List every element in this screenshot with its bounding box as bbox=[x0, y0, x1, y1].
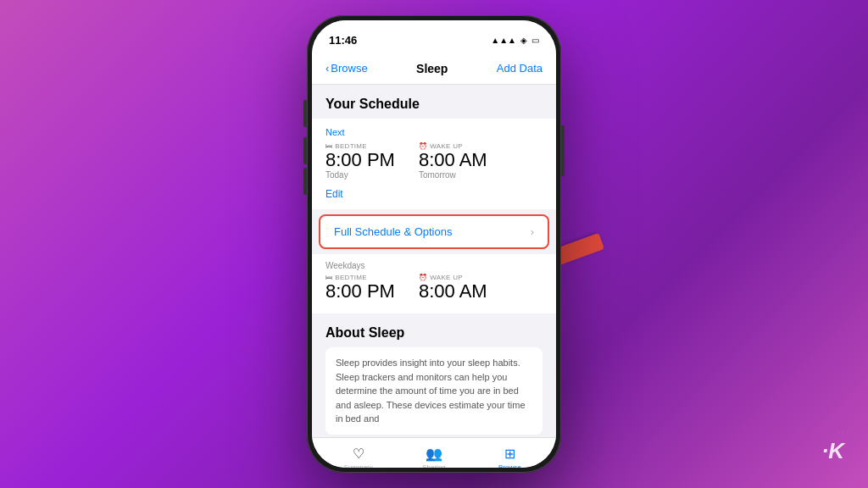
status-icons: ▲▲▲ ◈ ▭ bbox=[491, 36, 539, 45]
schedule-card: Next 🛏 BEDTIME 8:00 PM Today bbox=[312, 119, 556, 209]
schedule-section-header: Your Schedule bbox=[312, 85, 556, 119]
wakeup-item: ⏰ WAKE UP 8:00 AM Tomorrow bbox=[419, 142, 487, 180]
tab-browse-label: Browse bbox=[498, 463, 521, 469]
tab-bar: ♡ Summary 👥 Sharing ⊞ Browse bbox=[312, 437, 556, 468]
phone-wrapper: 11:46 ▲▲▲ ◈ ▭ ‹ Browse Sleep Add Data bbox=[307, 15, 561, 473]
brand-dots: · · bbox=[822, 428, 844, 436]
wakeup-day: Tomorrow bbox=[419, 170, 487, 180]
grid-icon: ⊞ bbox=[504, 446, 515, 462]
about-sleep-title: About Sleep bbox=[326, 325, 542, 341]
next-label: Next bbox=[326, 127, 542, 137]
nav-back-label: Browse bbox=[331, 62, 367, 75]
bedtime-time: 8:00 PM bbox=[326, 150, 395, 170]
tab-summary[interactable]: ♡ Summary bbox=[320, 446, 396, 469]
signal-icon: ▲▲▲ bbox=[491, 36, 516, 45]
wakeup-time: 8:00 AM bbox=[419, 150, 487, 170]
weekdays-bedtime-item: 🛏 BEDTIME 8:00 PM bbox=[326, 274, 395, 302]
about-sleep-body: Sleep provides insight into your sleep h… bbox=[326, 347, 542, 435]
nav-back-button[interactable]: ‹ Browse bbox=[326, 62, 368, 75]
battery-icon: ▭ bbox=[531, 36, 539, 45]
wifi-icon: ◈ bbox=[520, 36, 527, 45]
tab-summary-label: Summary bbox=[344, 463, 373, 469]
tab-sharing-label: Sharing bbox=[422, 463, 446, 469]
nav-title: Sleep bbox=[416, 62, 448, 75]
weekdays-label: Weekdays bbox=[326, 261, 542, 270]
tab-browse[interactable]: ⊞ Browse bbox=[472, 446, 548, 469]
weekdays-schedule-row: 🛏 BEDTIME 8:00 PM ⏰ WAKE UP 8:00 AM bbox=[326, 274, 542, 302]
chevron-right-icon: › bbox=[531, 225, 534, 238]
phone-screen: 11:46 ▲▲▲ ◈ ▭ ‹ Browse Sleep Add Data bbox=[312, 20, 556, 468]
brand-logo: ·K bbox=[822, 438, 844, 464]
full-schedule-label: Full Schedule & Options bbox=[334, 225, 452, 238]
tab-sharing[interactable]: 👥 Sharing bbox=[396, 446, 471, 469]
status-time: 11:46 bbox=[329, 34, 357, 47]
bedtime-item: 🛏 BEDTIME 8:00 PM Today bbox=[326, 142, 395, 180]
full-schedule-button[interactable]: Full Schedule & Options › bbox=[319, 214, 549, 249]
chevron-left-icon: ‹ bbox=[326, 62, 329, 75]
content-area: Your Schedule Next 🛏 BEDTIME 8:00 PM Tod… bbox=[312, 85, 556, 437]
brand-logo-area: · · ·K bbox=[822, 428, 844, 464]
edit-button[interactable]: Edit bbox=[326, 188, 343, 200]
sharing-icon: 👥 bbox=[426, 446, 442, 462]
weekdays-wakeup-item: ⏰ WAKE UP 8:00 AM bbox=[419, 274, 487, 302]
weekdays-wakeup-time: 8:00 AM bbox=[419, 281, 487, 302]
weekdays-card: Weekdays 🛏 BEDTIME 8:00 PM ⏰ bbox=[312, 254, 556, 313]
weekdays-bedtime-time: 8:00 PM bbox=[326, 281, 395, 302]
nav-bar: ‹ Browse Sleep Add Data bbox=[312, 53, 556, 85]
status-bar: 11:46 ▲▲▲ ◈ ▭ bbox=[312, 20, 556, 53]
heart-icon: ♡ bbox=[353, 446, 364, 462]
phone-frame: 11:46 ▲▲▲ ◈ ▭ ‹ Browse Sleep Add Data bbox=[307, 15, 561, 473]
bedtime-day: Today bbox=[326, 170, 395, 180]
about-sleep-section: About Sleep Sleep provides insight into … bbox=[312, 313, 556, 437]
schedule-row: 🛏 BEDTIME 8:00 PM Today ⏰ WAKE UP 8:00 bbox=[326, 142, 542, 180]
add-data-button[interactable]: Add Data bbox=[497, 62, 542, 75]
